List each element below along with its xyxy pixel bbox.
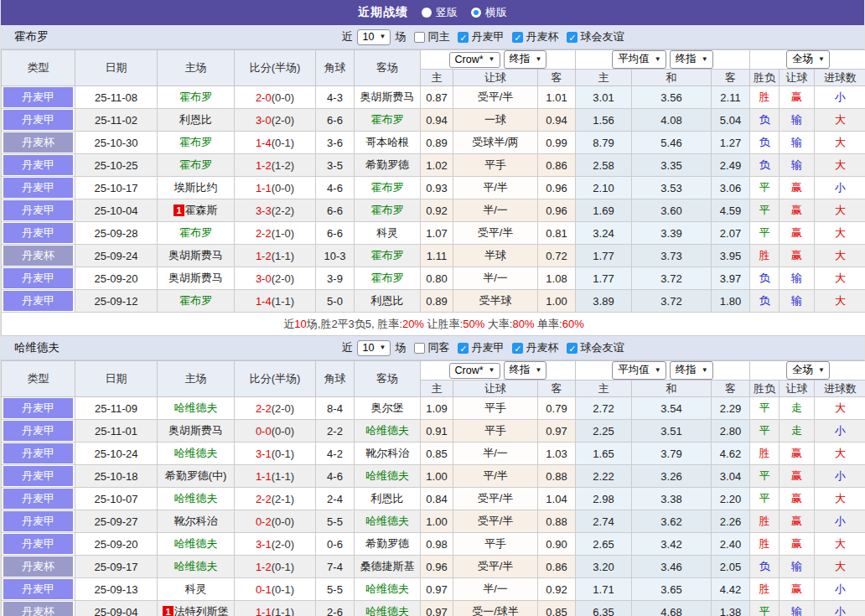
team-name: 哈维德夫 xyxy=(14,340,60,355)
full-time-score: 2-2 xyxy=(256,402,272,415)
match-type-cell: 丹麦杯 xyxy=(2,132,75,154)
league1-checkbox[interactable]: ✓ xyxy=(458,343,469,354)
match-date: 25-09-24 xyxy=(75,245,158,267)
odds-home: 0.92 xyxy=(421,199,453,222)
scope-select[interactable]: 全场▼ xyxy=(786,361,830,380)
average-stage-select[interactable]: 终指▼ xyxy=(670,361,713,380)
away-team-cell: 奥尔堡 xyxy=(355,397,421,420)
result-goals: 大 xyxy=(815,245,865,267)
half-time-score: (0-0) xyxy=(272,91,294,104)
league2-checkbox[interactable]: ✓ xyxy=(512,32,523,43)
score-cell: 1-2(0-1) xyxy=(235,556,316,578)
team-panel-hvidovre: 哈维德夫 近 10▼ 场 同客 ✓ 丹麦甲 ✓ 丹麦杯 ✓ 球会友谊 xyxy=(1,336,864,616)
league3-checkbox[interactable]: ✓ xyxy=(567,32,578,43)
league1-label: 丹麦甲 xyxy=(471,29,504,44)
match-row: 丹麦甲25-09-13科灵0-1(0-1)5-5哈维德夫0.97半/一0.921… xyxy=(2,578,865,601)
avg-home: 1.71 xyxy=(576,578,632,601)
avg-home: 3.89 xyxy=(576,290,632,313)
vertical-layout-label[interactable]: 竖版 xyxy=(436,5,458,20)
away-team-cell: 霍布罗 xyxy=(355,199,421,222)
league-type-badge: 丹麦甲 xyxy=(3,200,73,220)
avg-draw: 3.26 xyxy=(632,465,712,488)
results-table: 类型 日期 主场 比分(半场) 角球 客场 Crow*▼ 终指▼ 平均值 xyxy=(1,49,865,336)
corner-count: 2-4 xyxy=(316,488,355,510)
odds-handicap: 受平/半 xyxy=(453,86,538,109)
same-venue-checkbox[interactable] xyxy=(414,343,425,354)
odds-home: 1.07 xyxy=(421,222,453,245)
result-outcome: 胜 xyxy=(750,245,780,267)
home-team-name: 霍布罗 xyxy=(179,226,212,239)
result-outcome: 负 xyxy=(750,109,780,132)
league1-checkbox[interactable]: ✓ xyxy=(458,32,469,43)
col-avg-draw: 和 xyxy=(632,70,712,86)
league2-checkbox[interactable]: ✓ xyxy=(512,343,523,354)
result-handicap: 赢 xyxy=(780,222,815,245)
result-handicap: 输 xyxy=(780,556,815,578)
horizontal-layout-radio[interactable] xyxy=(471,8,481,18)
result-goals: 大 xyxy=(815,397,865,420)
avg-home: 8.79 xyxy=(576,132,632,154)
filter-bar: 霍布罗 近 10▼ 场 同主 ✓ 丹麦甲 ✓ 丹麦杯 ✓ 球会友谊 xyxy=(1,25,864,49)
odds-home: 0.85 xyxy=(421,443,453,465)
scope-select[interactable]: 全场▼ xyxy=(786,50,830,69)
away-team-cell: 利恩比 xyxy=(355,290,421,313)
summary-segment: 场,胜2平3负5, 胜率: xyxy=(307,318,402,330)
scope-group-header: 全场▼ xyxy=(750,50,865,70)
home-team-cell: 霍布罗 xyxy=(158,222,235,245)
vertical-layout-radio[interactable] xyxy=(422,8,432,18)
full-time-score: 2-0 xyxy=(256,91,272,104)
recent-count-select[interactable]: 10▼ xyxy=(357,340,391,356)
home-team-cell: 1霍森斯 xyxy=(158,199,235,222)
avg-draw: 3.60 xyxy=(632,199,712,222)
corner-count: 4-2 xyxy=(316,443,355,465)
odds-stage-select[interactable]: 终指▼ xyxy=(504,50,547,69)
average-group-header: 平均值▼ 终指▼ xyxy=(576,361,750,380)
home-team-cell: 科灵 xyxy=(158,578,235,601)
odds-handicap: 平/半 xyxy=(453,177,538,199)
recent-prefix-label: 近 xyxy=(342,340,353,355)
match-date: 25-10-18 xyxy=(75,465,158,488)
away-team-cell: 桑德捷斯基 xyxy=(355,556,421,578)
half-time-score: (2-1) xyxy=(272,493,294,505)
league3-checkbox[interactable]: ✓ xyxy=(567,343,578,354)
away-team-cell: 霍布罗 xyxy=(355,245,421,267)
bookmaker-select[interactable]: Crow*▼ xyxy=(449,363,500,379)
match-row: 丹麦杯25-09-24奥胡斯费马1-2(1-1)10-3霍布罗1.11半球0.7… xyxy=(2,245,865,267)
average-select[interactable]: 平均值▼ xyxy=(612,361,666,380)
match-date: 25-09-28 xyxy=(75,222,158,245)
avg-draw: 4.08 xyxy=(632,109,712,132)
odds-stage-select[interactable]: 终指▼ xyxy=(504,361,547,380)
col-avg-draw: 和 xyxy=(632,380,712,397)
horizontal-layout-label[interactable]: 横版 xyxy=(485,5,507,20)
odds-home: 0.89 xyxy=(421,132,453,154)
match-row: 丹麦甲25-11-02利恩比3-0(2-0)6-6霍布罗0.94一球0.941.… xyxy=(2,109,865,132)
match-row: 丹麦杯25-09-041法特列斯堡1-1(1-1)2-6哈维德夫0.97受一/球… xyxy=(2,601,865,616)
recent-suffix-label: 场 xyxy=(395,340,406,355)
avg-draw: 4.68 xyxy=(632,601,712,616)
same-venue-label: 同主 xyxy=(427,29,449,44)
average-stage-select[interactable]: 终指▼ xyxy=(670,50,713,69)
result-handicap: 赢 xyxy=(780,443,815,465)
league-type-badge: 丹麦甲 xyxy=(3,398,73,418)
league-type-badge: 丹麦杯 xyxy=(3,602,73,616)
match-date: 25-09-20 xyxy=(75,533,158,556)
match-row: 丹麦甲25-10-24哈维德夫3-1(0-1)4-2靴尔科治0.85半/一1.0… xyxy=(2,443,865,465)
full-time-score: 1-4 xyxy=(256,295,272,308)
avg-away: 2.07 xyxy=(712,222,750,245)
odds-group-header: Crow*▼ 终指▼ xyxy=(421,50,576,70)
avg-draw: 3.42 xyxy=(632,533,712,556)
recent-count-select[interactable]: 10▼ xyxy=(357,29,391,45)
league-type-badge: 丹麦甲 xyxy=(3,87,73,107)
same-venue-checkbox[interactable] xyxy=(414,32,425,43)
half-time-score: (0-0) xyxy=(272,425,294,437)
result-handicap: 输 xyxy=(780,132,815,154)
away-team-name: 哈维德夫 xyxy=(365,515,409,527)
result-handicap: 赢 xyxy=(780,245,815,267)
score-cell: 0-1(0-1) xyxy=(235,578,316,601)
average-select[interactable]: 平均值▼ xyxy=(612,50,666,69)
away-team-cell: 靴尔科治 xyxy=(355,443,421,465)
home-team-name: 霍布罗 xyxy=(179,294,212,307)
bookmaker-select[interactable]: Crow*▼ xyxy=(449,52,500,68)
col-away: 客场 xyxy=(355,50,421,86)
result-goals: 小 xyxy=(815,465,865,488)
